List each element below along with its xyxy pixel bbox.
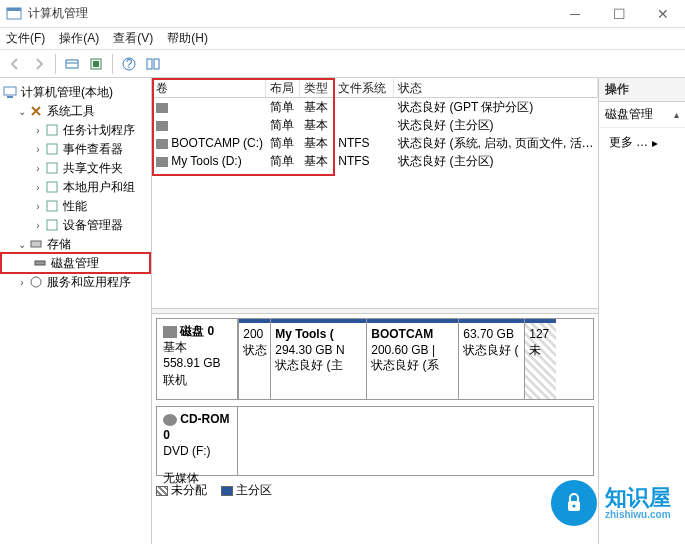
svg-text:?: ?: [126, 57, 133, 71]
computer-icon: [2, 84, 18, 100]
graphical-view: 磁盘 0 基本 558.91 GB 联机 200状态My Tools (294.…: [152, 314, 597, 544]
users-icon: [44, 179, 60, 195]
clock-icon: [44, 122, 60, 138]
col-status[interactable]: 状态: [394, 78, 597, 97]
svg-rect-19: [35, 261, 45, 265]
minimize-button[interactable]: ─: [553, 0, 597, 28]
expander-icon[interactable]: ⌄: [16, 106, 28, 117]
col-layout[interactable]: 布局: [266, 78, 300, 97]
svg-rect-15: [47, 182, 57, 192]
svg-rect-12: [47, 125, 57, 135]
view-list-button[interactable]: [142, 53, 164, 75]
storage-icon: [28, 236, 44, 252]
tree-label: 共享文件夹: [63, 160, 123, 177]
partition[interactable]: BOOTCAM200.60 GB |状态良好 (系: [366, 319, 458, 399]
volume-row[interactable]: My Tools (D:)简单基本NTFS状态良好 (主分区): [152, 152, 597, 170]
tree-label: 系统工具: [47, 103, 95, 120]
tree-storage[interactable]: ⌄ 存储: [2, 235, 149, 253]
menu-file[interactable]: 文件(F): [6, 30, 45, 47]
event-icon: [44, 141, 60, 157]
svg-rect-2: [66, 60, 78, 68]
actions-more-label: 更多 …: [609, 134, 648, 151]
tree-item-clock[interactable]: ›任务计划程序: [2, 121, 149, 139]
center-panel: 卷 布局 类型 文件系统 状态 简单基本状态良好 (GPT 保护分区)简单基本状…: [152, 78, 598, 544]
svg-rect-16: [47, 201, 57, 211]
svg-rect-18: [31, 241, 41, 247]
tree-label: 事件查看器: [63, 141, 123, 158]
menu-action[interactable]: 操作(A): [59, 30, 99, 47]
volume-row[interactable]: 简单基本状态良好 (主分区): [152, 116, 597, 134]
svg-rect-9: [154, 59, 159, 69]
back-button: [4, 53, 26, 75]
volume-list[interactable]: 卷 布局 类型 文件系统 状态 简单基本状态良好 (GPT 保护分区)简单基本状…: [152, 78, 597, 308]
svg-point-22: [572, 504, 575, 507]
drive-icon: [156, 157, 168, 167]
expander-icon[interactable]: ›: [32, 182, 44, 193]
tree-disk-mgmt[interactable]: 磁盘管理: [2, 254, 149, 272]
swatch-unalloc: [156, 486, 168, 496]
partition[interactable]: 127未: [524, 319, 556, 399]
view-button[interactable]: [61, 53, 83, 75]
tree-item-event[interactable]: ›事件查看器: [2, 140, 149, 158]
cd-icon: [163, 414, 177, 426]
watermark: 知识屋 zhishiwu.com: [551, 480, 671, 526]
menubar: 文件(F) 操作(A) 查看(V) 帮助(H): [0, 28, 685, 50]
maximize-button[interactable]: ☐: [597, 0, 641, 28]
tree-label: 本地用户和组: [63, 179, 135, 196]
folder-icon: [44, 160, 60, 176]
swatch-primary: [221, 486, 233, 496]
tools-icon: [28, 103, 44, 119]
col-fs[interactable]: 文件系统: [334, 78, 394, 97]
tree-systools[interactable]: ⌄ 系统工具: [2, 102, 149, 120]
expander-icon[interactable]: ›: [16, 277, 28, 288]
watermark-badge-icon: [551, 480, 597, 526]
partition[interactable]: 200状态: [238, 319, 270, 399]
disk-row-0[interactable]: 磁盘 0 基本 558.91 GB 联机 200状态My Tools (294.…: [156, 318, 593, 400]
volume-list-header: 卷 布局 类型 文件系统 状态: [152, 78, 597, 98]
chevron-right-icon: ▸: [652, 136, 658, 150]
partition[interactable]: My Tools (294.30 GB N状态良好 (主: [270, 319, 366, 399]
perf-icon: [44, 198, 60, 214]
disk-row-cd[interactable]: CD-ROM 0 DVD (F:) 无媒体: [156, 406, 593, 476]
refresh-button[interactable]: [85, 53, 107, 75]
volume-row[interactable]: 简单基本状态良好 (GPT 保护分区): [152, 98, 597, 116]
tree-services[interactable]: › 服务和应用程序: [2, 273, 149, 291]
disk-label: CD-ROM 0 DVD (F:) 无媒体: [156, 406, 238, 476]
drive-icon: [156, 121, 168, 131]
tree-root[interactable]: 计算机管理(本地): [2, 83, 149, 101]
svg-rect-8: [147, 59, 152, 69]
tree-root-label: 计算机管理(本地): [21, 84, 113, 101]
volume-row[interactable]: BOOTCAMP (C:)简单基本NTFS状态良好 (系统, 启动, 页面文件,…: [152, 134, 597, 152]
expander-icon[interactable]: ⌄: [16, 239, 28, 250]
tree-label: 任务计划程序: [63, 122, 135, 139]
col-type[interactable]: 类型: [300, 78, 334, 97]
tree-item-folder[interactable]: ›共享文件夹: [2, 159, 149, 177]
help-button[interactable]: ?: [118, 53, 140, 75]
actions-group[interactable]: 磁盘管理 ▴: [599, 102, 685, 128]
svg-point-20: [31, 277, 41, 287]
actions-panel: 操作 磁盘管理 ▴ 更多 … ▸: [599, 78, 685, 544]
legend: 未分配 主分区: [156, 482, 593, 499]
expander-icon[interactable]: ›: [32, 125, 44, 136]
partition[interactable]: 63.70 GB状态良好 (: [458, 319, 524, 399]
services-icon: [28, 274, 44, 290]
expander-icon[interactable]: ›: [32, 163, 44, 174]
expander-icon[interactable]: ›: [32, 220, 44, 231]
tree-label: 存储: [47, 236, 71, 253]
actions-more[interactable]: 更多 … ▸: [599, 128, 685, 157]
col-volume[interactable]: 卷: [152, 78, 266, 97]
forward-button: [28, 53, 50, 75]
tree-item-device[interactable]: ›设备管理器: [2, 216, 149, 234]
chevron-up-icon: ▴: [674, 109, 679, 120]
titlebar: 计算机管理 ─ ☐ ✕: [0, 0, 685, 28]
tree-item-perf[interactable]: ›性能: [2, 197, 149, 215]
expander-icon[interactable]: ›: [32, 144, 44, 155]
tree-item-users[interactable]: ›本地用户和组: [2, 178, 149, 196]
menu-help[interactable]: 帮助(H): [167, 30, 208, 47]
drive-icon: [156, 139, 168, 149]
close-button[interactable]: ✕: [641, 0, 685, 28]
app-icon: [6, 6, 22, 22]
menu-view[interactable]: 查看(V): [113, 30, 153, 47]
expander-icon[interactable]: ›: [32, 201, 44, 212]
svg-rect-1: [7, 8, 21, 11]
